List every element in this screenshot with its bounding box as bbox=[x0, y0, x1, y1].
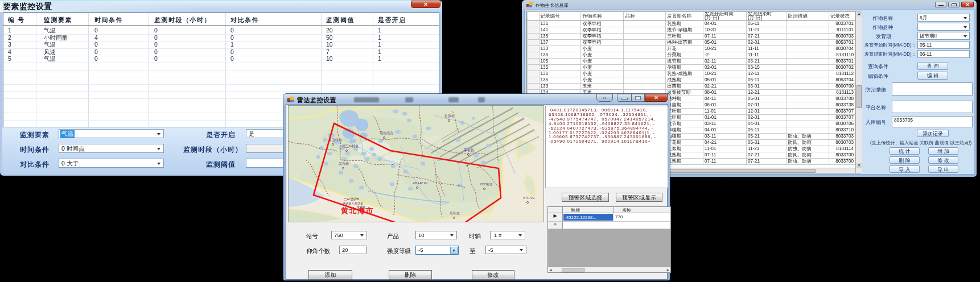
svg-text:X7H 9E: X7H 9E bbox=[523, 196, 535, 200]
svg-text:7X7街道: 7X7街道 bbox=[480, 183, 493, 186]
svg-text:零售综合: 零售综合 bbox=[380, 131, 393, 135]
svg-text:发布级: 发布级 bbox=[339, 161, 349, 165]
svg-text:AB HP 90: AB HP 90 bbox=[413, 181, 428, 185]
svg-text:宇宙县: 宇宙县 bbox=[464, 148, 474, 152]
svg-text:里五%特点: 里五%特点 bbox=[342, 144, 359, 148]
svg-text:鱼原村: 鱼原村 bbox=[444, 114, 455, 118]
svg-text:三A7选择B: 三A7选择B bbox=[344, 197, 359, 201]
svg-text:乐街道: 乐街道 bbox=[450, 212, 460, 215]
